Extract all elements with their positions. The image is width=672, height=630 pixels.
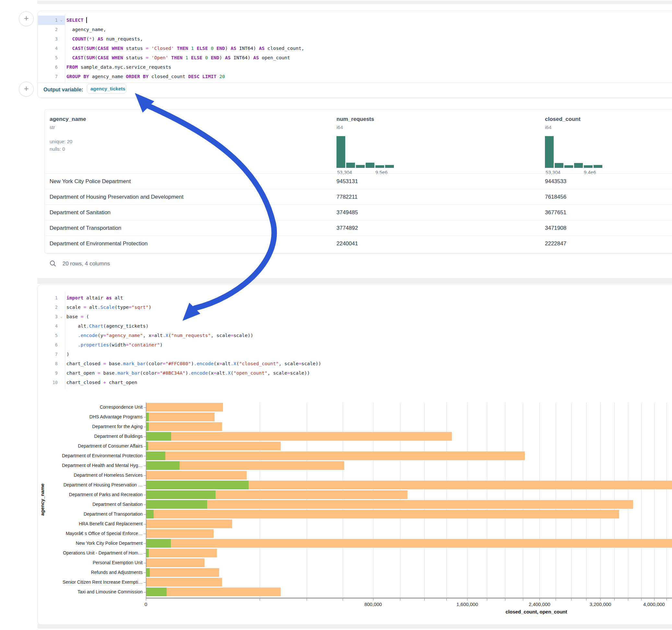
sql-code-editor[interactable]: 1⌄SELECT 2 agency_name,3 COUNT(*) AS num… [38,16,672,81]
code-token: ( [83,314,89,319]
bar-open-count [146,413,149,421]
y-axis-tick [144,553,146,554]
code-token: , scale [279,361,298,366]
code-token: END [211,55,219,60]
line-number: 1 [38,293,58,303]
code-token: BY [143,74,148,79]
code-token: (y [98,333,103,338]
code-token: 0 [211,46,214,51]
bar-open-count [146,461,179,470]
code-token [109,46,112,51]
bar-open-count [146,568,150,577]
y-axis-tick-label: Department of Consumer Affairs [42,443,143,449]
bar-open-count [146,490,216,499]
histogram-bar [346,163,355,168]
code-token: ) [225,46,231,51]
x-axis-tick [641,598,642,601]
code-token: GROUP [67,74,81,79]
code-token: ORDER [126,74,140,79]
y-axis-tick-label: Correspondence Unit [42,405,143,410]
bar-closed-count [146,403,223,412]
code-token [188,46,191,51]
x-gridline [654,403,654,598]
code-token [148,55,151,60]
code-token: ( [83,46,86,51]
code-token: = [287,370,290,375]
y-axis-tick-label: DHS Advantage Programs [42,414,143,419]
code-token [202,55,205,60]
code-line: SELECT [67,16,87,25]
add-cell-button-top[interactable]: + [19,11,34,26]
x-axis-tick [667,598,667,601]
code-token [140,74,143,79]
x-axis-tick [505,598,505,601]
code-token [67,55,72,60]
code-token: AS [225,55,231,60]
code-token [188,55,191,60]
line-number: 1 [38,16,58,25]
code-token: scale [67,305,83,310]
cell-agency-name: Department of Environmental Protection [50,236,147,251]
cell-agency-name: Department of Transportation [50,220,121,236]
code-token: 'Open' [151,55,168,60]
x-axis-tick [556,598,556,601]
chevron-down-icon[interactable]: ⌄ [59,312,64,321]
bar-open-count [146,539,171,548]
code-token [83,18,86,23]
python-code-editor[interactable]: 1import altair as alt2scale = alt.Scale(… [38,293,672,387]
bar-closed-count [146,422,222,431]
x-axis-tick [586,598,586,601]
cell-closed-count: 9443533 [545,174,566,189]
x-gridline [667,403,667,598]
y-axis-tick [144,407,146,408]
code-token: ( [95,46,98,51]
code-token: = [129,305,131,310]
x-axis-tick-label: 3,200,000 [590,602,611,607]
code-token: AS [253,55,259,60]
y-axis-tick-label: Operations Unit - Department of Hom… [42,550,143,555]
code-token: ( [236,361,239,366]
line-number: 2 [38,303,58,312]
code-token: FROM [67,65,78,70]
y-axis-tick-label: Department of Transportation [42,511,143,516]
code-token: base [100,370,115,375]
column-type: i64 [545,124,581,130]
code-token: scale)) [233,333,253,338]
code-token: (x [214,361,219,366]
code-token: ( [168,333,171,338]
y-axis-tick-label: Taxi and Limousine Commission [42,589,143,595]
bar-open-count [146,422,149,431]
code-token: .encode [78,333,98,338]
histogram-bar [336,136,345,168]
chevron-down-icon[interactable]: ⌄ [59,16,64,25]
code-token: scale)) [290,370,310,375]
code-token: = [146,55,148,60]
add-cell-button-below-sql[interactable]: + [19,82,34,97]
cell-closed-count: 7618456 [545,189,566,205]
search-icon[interactable] [49,260,56,267]
code-token: .Chart [86,323,103,329]
code-token: base [67,314,81,319]
bar-closed-count [146,568,219,577]
output-variable-label: Output variable: [44,87,83,93]
result-table-card: agency_name str unique: 20 nulls: 0 num_… [44,109,672,253]
code-token [109,55,112,60]
x-axis-tick-label: 2,400,000 [529,602,550,607]
code-token: CAST [72,55,83,60]
code-token: CASE [98,55,109,60]
code-token: .encode [188,370,208,375]
code-token: sample_data.nyc.service_requests [78,65,171,70]
bar-closed-count [146,500,633,509]
code-token: .X [163,333,168,338]
code-token: alt [86,305,98,310]
code-token: INT64) [231,55,253,60]
code-token: = [231,333,233,338]
bar-open-count [146,510,154,518]
code-token: ( [83,55,86,60]
line-number: 7 [38,72,58,81]
line-number: 3 [38,312,58,321]
histogram-bar [385,165,394,168]
code-line: scale = alt.Scale(type="sqrt") [67,303,151,312]
code-line: .encode(y="agency_name", x=alt.X("num_re… [67,331,253,340]
output-variable-pill[interactable]: agency_tickets [87,83,126,94]
